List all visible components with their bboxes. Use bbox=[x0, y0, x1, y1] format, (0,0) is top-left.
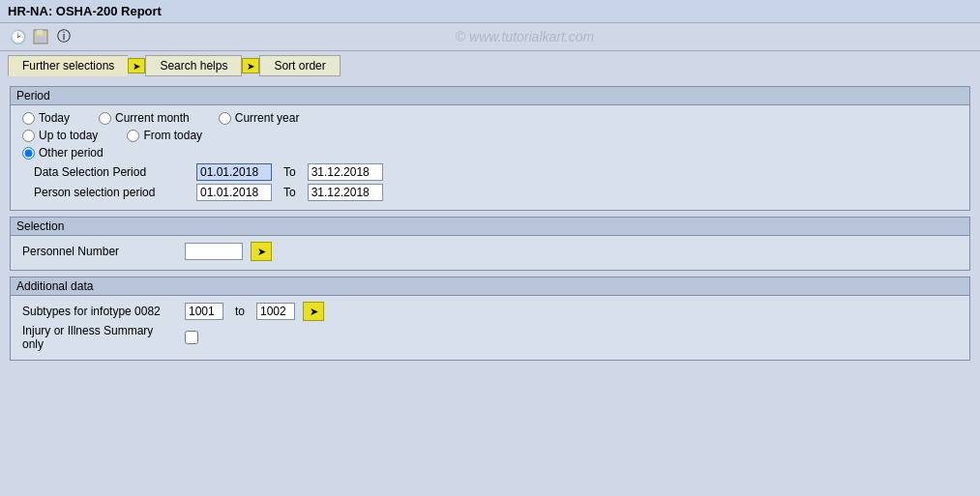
data-selection-period-label: Data Selection Period bbox=[34, 165, 189, 179]
tab-search-helps[interactable]: Search helps bbox=[145, 55, 242, 76]
subtypes-to-label: to bbox=[231, 305, 249, 318]
subtypes-to-input[interactable] bbox=[256, 303, 295, 320]
personnel-number-input[interactable] bbox=[185, 243, 243, 260]
selection-section-body: Personnel Number ➤ bbox=[11, 236, 969, 270]
period-row-3: Other period bbox=[22, 146, 958, 160]
period-row-1: Today Current month Current year bbox=[22, 111, 958, 125]
selection-section: Selection Personnel Number ➤ bbox=[10, 217, 970, 271]
additional-data-section-body: Subtypes for infotype 0082 to ➤ Injury o… bbox=[11, 296, 969, 360]
personnel-number-arrow-btn[interactable]: ➤ bbox=[251, 242, 272, 261]
tab-bar: Further selections ➤ Search helps ➤ Sort… bbox=[0, 51, 980, 80]
additional-data-section: Additional data Subtypes for infotype 00… bbox=[10, 277, 970, 361]
injury-illness-label: Injury or Illness Summary only bbox=[22, 324, 177, 351]
tab-sort-order[interactable]: Sort order bbox=[259, 55, 340, 76]
period-section: Period Today Current month Current year bbox=[10, 86, 970, 211]
tab-sort-order-label: Sort order bbox=[274, 59, 325, 73]
tab-further-selections-label: Further selections bbox=[22, 59, 114, 73]
subtypes-row: Subtypes for infotype 0082 to ➤ bbox=[22, 302, 958, 321]
personnel-number-label: Personnel Number bbox=[22, 245, 177, 258]
subtypes-label: Subtypes for infotype 0082 bbox=[22, 305, 177, 318]
clock-icon[interactable]: 🕑 bbox=[8, 27, 27, 46]
radio-current-year-input[interactable] bbox=[219, 112, 231, 125]
period-section-header: Period bbox=[11, 87, 969, 105]
subtypes-from-input[interactable] bbox=[185, 303, 223, 320]
main-content: Period Today Current month Current year bbox=[0, 80, 980, 366]
radio-today-input[interactable] bbox=[22, 112, 35, 125]
toolbar: 🕑 ⓘ © www.tutorialkart.com bbox=[0, 23, 980, 51]
person-selection-period-from[interactable] bbox=[196, 184, 272, 201]
period-row-2: Up to today From today bbox=[22, 129, 958, 142]
title-bar: HR-NA: OSHA-200 Report bbox=[0, 0, 980, 23]
data-selection-period-to[interactable] bbox=[308, 163, 383, 181]
radio-from-today[interactable]: From today bbox=[127, 129, 202, 142]
injury-illness-checkbox[interactable] bbox=[185, 331, 198, 344]
info-icon[interactable]: ⓘ bbox=[54, 27, 74, 46]
radio-up-to-today-input[interactable] bbox=[22, 130, 35, 142]
person-selection-to-label: To bbox=[280, 186, 300, 199]
radio-from-today-input[interactable] bbox=[127, 130, 139, 142]
radio-current-month[interactable]: Current month bbox=[99, 111, 190, 125]
person-selection-period-label: Person selection period bbox=[34, 186, 189, 199]
page-title: HR-NA: OSHA-200 Report bbox=[8, 4, 162, 18]
radio-other-period-input[interactable] bbox=[22, 147, 35, 160]
selection-section-header: Selection bbox=[11, 218, 969, 236]
svg-rect-2 bbox=[36, 37, 45, 43]
additional-data-section-header: Additional data bbox=[11, 277, 969, 296]
personnel-number-row: Personnel Number ➤ bbox=[22, 242, 958, 261]
person-selection-period-to[interactable] bbox=[308, 184, 383, 201]
period-section-body: Today Current month Current year Up to t… bbox=[11, 105, 969, 210]
injury-illness-checkbox-item[interactable] bbox=[185, 331, 198, 344]
watermark: © www.tutorialkart.com bbox=[77, 29, 972, 44]
tab-further-selections[interactable]: Further selections bbox=[8, 55, 128, 76]
data-selection-period-row: Data Selection Period To bbox=[22, 163, 958, 181]
radio-current-year[interactable]: Current year bbox=[219, 111, 300, 125]
radio-other-period[interactable]: Other period bbox=[22, 146, 104, 160]
svg-rect-1 bbox=[37, 30, 43, 35]
radio-up-to-today[interactable]: Up to today bbox=[22, 129, 98, 142]
data-selection-period-from[interactable] bbox=[196, 163, 272, 181]
radio-today[interactable]: Today bbox=[22, 111, 70, 125]
person-selection-period-row: Person selection period To bbox=[22, 184, 958, 201]
radio-current-month-input[interactable] bbox=[99, 112, 111, 125]
tab-arrow-2: ➤ bbox=[242, 58, 259, 73]
injury-illness-row: Injury or Illness Summary only bbox=[22, 324, 958, 351]
tab-arrow-1: ➤ bbox=[128, 58, 145, 73]
save-icon[interactable] bbox=[31, 27, 50, 46]
tab-search-helps-label: Search helps bbox=[160, 59, 227, 73]
data-selection-to-label: To bbox=[280, 165, 300, 179]
subtypes-arrow-btn[interactable]: ➤ bbox=[303, 302, 324, 321]
